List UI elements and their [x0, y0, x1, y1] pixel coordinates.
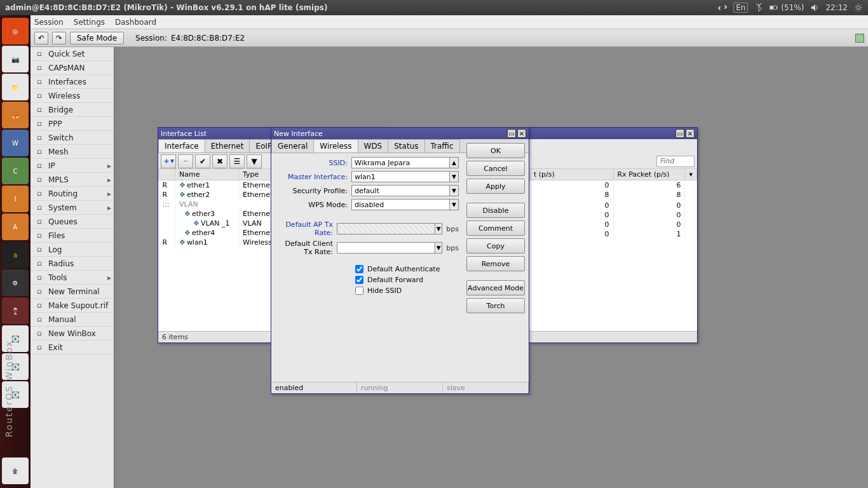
comment-button[interactable]: ☰	[229, 154, 245, 168]
wps-dropdown[interactable]: ▼	[450, 199, 459, 210]
table-row[interactable]: 01	[530, 229, 697, 239]
launcher-amazon[interactable]: a	[2, 241, 29, 268]
sidebar-item-new-terminal[interactable]: ▫New Terminal	[31, 285, 114, 299]
aptx-dropdown[interactable]: ▼	[435, 223, 442, 234]
minimize-icon[interactable]: ▭	[507, 129, 516, 138]
side-menu-scrollbar[interactable]	[114, 47, 120, 488]
sidebar-item-queues[interactable]: ▫Queues	[31, 215, 114, 229]
table-row[interactable]: 00	[530, 210, 697, 220]
comment-button[interactable]: Comment	[466, 220, 525, 236]
col-menu[interactable]: ▾	[685, 169, 697, 180]
network-indicator[interactable]	[718, 3, 727, 12]
launcher-settings[interactable]: ⚙	[2, 269, 29, 296]
hide-ssid-checkbox[interactable]	[355, 287, 363, 295]
tab-wireless[interactable]: Wireless	[313, 139, 358, 152]
launcher-firefox[interactable]: 🦊	[2, 102, 29, 128]
sidebar-item-ppp[interactable]: ▫PPP	[31, 117, 114, 131]
close-icon[interactable]: ✕	[517, 129, 526, 138]
enable-button[interactable]: ✔	[195, 154, 210, 168]
new-interface-titlebar[interactable]: New Interface ▭ ✕	[271, 128, 529, 139]
sidebar-item-ip[interactable]: ▫IP▸	[31, 159, 114, 173]
copy-button[interactable]: Copy	[466, 238, 525, 254]
remove-button[interactable]: －	[178, 154, 193, 168]
table-row[interactable]: 88	[530, 190, 697, 200]
cancel-button[interactable]: Cancel	[466, 161, 525, 176]
sidebar-item-log[interactable]: ▫Log	[31, 243, 114, 257]
tab-status[interactable]: Status	[388, 139, 424, 152]
tab-wds[interactable]: WDS	[358, 139, 389, 152]
launcher-impress[interactable]: I	[2, 186, 29, 212]
col-rx[interactable]: Rx Packet (p/s)	[613, 169, 685, 180]
sidebar-item-quick-set[interactable]: ▫Quick Set	[31, 47, 114, 61]
gear-icon[interactable]	[854, 3, 863, 12]
sidebar-item-manual[interactable]: ▫Manual	[31, 313, 114, 327]
sidebar-item-tools[interactable]: ▫Tools▸	[31, 271, 114, 285]
filter-button[interactable]: ▼	[247, 154, 262, 168]
menu-settings[interactable]: Settings	[74, 18, 105, 27]
clienttx-dropdown[interactable]: ▼	[435, 242, 442, 254]
undo-button[interactable]: ↶	[34, 32, 48, 44]
col-name[interactable]: Name	[175, 169, 239, 180]
ssid-up-button[interactable]: ▲	[450, 157, 459, 168]
ssid-input[interactable]	[351, 157, 450, 168]
sidebar-item-bridge[interactable]: ▫Bridge	[31, 103, 114, 117]
lang-indicator[interactable]: En	[733, 3, 748, 13]
stats-titlebar[interactable]: ▭ ✕	[529, 128, 697, 139]
safe-mode-button[interactable]: Safe Mode	[70, 32, 124, 44]
launcher-software[interactable]: A	[2, 214, 29, 240]
col-flag[interactable]	[159, 169, 175, 180]
close-icon[interactable]: ✕	[686, 129, 695, 138]
launcher-app-1[interactable]: 📷	[2, 46, 29, 72]
find-input[interactable]	[656, 156, 695, 167]
menu-dashboard[interactable]: Dashboard	[115, 18, 156, 27]
torch-button[interactable]: Torch	[466, 298, 525, 313]
wps-mode-input[interactable]	[351, 199, 450, 210]
sidebar-item-capsman[interactable]: ▫CAPsMAN	[31, 61, 114, 75]
tab-interface[interactable]: Interface	[158, 139, 205, 152]
advanced-mode-button[interactable]: Advanced Mode	[466, 280, 525, 295]
master-dropdown[interactable]: ▼	[450, 171, 459, 182]
sidebar-item-make-supout.rif[interactable]: ▫Make Supout.rif	[31, 299, 114, 313]
menu-session[interactable]: Session	[34, 18, 64, 27]
sidebar-item-mpls[interactable]: ▫MPLS▸	[31, 173, 114, 187]
disable-button[interactable]: Disable	[466, 203, 525, 218]
redo-button[interactable]: ↷	[52, 32, 66, 44]
battery-indicator[interactable]: (51%)	[770, 3, 804, 12]
table-row[interactable]: 00	[530, 220, 697, 229]
sound-indicator[interactable]	[810, 3, 819, 12]
client-tx-rate-input[interactable]	[337, 242, 435, 254]
remove-button[interactable]: Remove	[466, 256, 525, 271]
bluetooth-indicator[interactable]	[754, 3, 763, 12]
sidebar-item-interfaces[interactable]: ▫Interfaces	[31, 75, 114, 89]
launcher-trash[interactable]: 🗑	[2, 458, 29, 484]
sidebar-item-system[interactable]: ▫System▸	[31, 201, 114, 215]
tab-traffic[interactable]: Traffic	[424, 139, 460, 152]
apply-button[interactable]: Apply	[466, 179, 525, 194]
launcher-wine[interactable]: 🍷	[2, 297, 29, 324]
master-interface-input[interactable]	[351, 171, 450, 182]
default-auth-checkbox[interactable]	[355, 265, 363, 273]
stats-table[interactable]: t (p/s) Rx Packet (p/s) ▾ 068800000001	[529, 168, 697, 239]
table-row[interactable]: 00	[530, 201, 697, 210]
disable-button[interactable]: ✖	[212, 154, 227, 168]
sidebar-item-routing[interactable]: ▫Routing▸	[31, 187, 114, 201]
sidebar-item-files[interactable]: ▫Files	[31, 229, 114, 243]
default-forward-checkbox[interactable]	[355, 276, 363, 284]
ok-button[interactable]: OK	[466, 143, 525, 158]
ap-tx-rate-input[interactable]	[337, 223, 435, 234]
sidebar-item-new-winbox[interactable]: ▫New WinBox	[31, 327, 114, 341]
sidebar-item-radius[interactable]: ▫Radius	[31, 257, 114, 271]
sidebar-item-switch[interactable]: ▫Switch	[31, 131, 114, 145]
launcher-dash[interactable]: ◎	[2, 18, 29, 44]
security-profile-input[interactable]	[351, 185, 450, 196]
launcher-calc[interactable]: C	[2, 158, 29, 184]
minimize-icon[interactable]: ▭	[675, 129, 684, 138]
sidebar-item-wireless[interactable]: ▫Wireless	[31, 89, 114, 103]
col-tx[interactable]: t (p/s)	[530, 169, 614, 180]
launcher-writer[interactable]: W	[2, 130, 29, 156]
clock[interactable]: 22:12	[825, 3, 848, 12]
launcher-files[interactable]: 📁	[2, 74, 29, 100]
add-button[interactable]: ＋▾	[161, 154, 176, 168]
secprof-dropdown[interactable]: ▼	[450, 185, 459, 196]
table-row[interactable]: 06	[530, 180, 697, 191]
